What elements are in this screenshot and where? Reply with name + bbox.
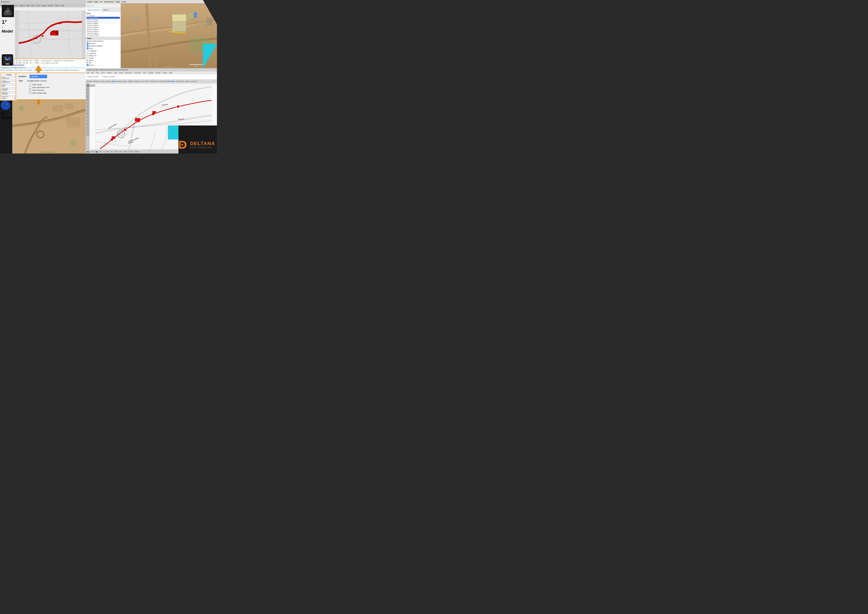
sidebar-icon-3[interactable]: ⊞	[86, 91, 89, 94]
ge-layer-mas[interactable]: ▶Más	[86, 62, 121, 64]
menu-analyze[interactable]: Analyze	[148, 72, 154, 74]
tb-cplanes[interactable]: CPlanes	[93, 81, 98, 82]
sidebar-icon-2[interactable]: ⊡	[86, 87, 89, 91]
ge-menu-ayuda[interactable]: Ayuda	[122, 1, 126, 3]
status-vertex[interactable]: Vertex	[123, 151, 127, 152]
ge-model-4[interactable]: Model [4-Polygon]	[87, 23, 120, 25]
ge-layer-relieve[interactable]: Relieve	[86, 64, 121, 66]
save-plugin-checkbox[interactable]	[29, 92, 31, 94]
ge-model-10[interactable]: Model [10-Polygon]	[87, 34, 120, 36]
status-perp[interactable]: Perp	[106, 151, 109, 152]
ge-model-8[interactable]: Model [8-Polygon]	[87, 30, 120, 32]
menu-surface[interactable]: Surface	[107, 72, 112, 74]
ge-search-placeholder[interactable]: Buscar	[90, 5, 95, 7]
ge-layer-fronteras[interactable]: Fronteras y etiquetas	[86, 45, 121, 47]
sidebar-icon-9[interactable]: ⊗	[86, 112, 89, 115]
sidebar-icon-12[interactable]: ▽	[86, 122, 89, 126]
toolbar-tools[interactable]: Tools	[36, 5, 40, 6]
sidebar-icon-15[interactable]: ⊙	[86, 133, 89, 136]
status-quad[interactable]: Quad	[114, 151, 118, 152]
menu-help[interactable]: Help	[169, 72, 172, 74]
status-knot[interactable]: Knot	[119, 151, 122, 152]
sidebar-icon-7[interactable]: ⟲	[86, 105, 89, 108]
ge-layer-base[interactable]: ▶Base de datos principal	[86, 40, 121, 42]
sidebar-icon-6[interactable]: ↔	[86, 102, 89, 105]
sidebar-icon-13[interactable]: ◁	[86, 126, 89, 129]
menu-panels[interactable]: Panels	[162, 72, 167, 74]
ge-menu-anade[interactable]: Añade	[115, 1, 120, 3]
toolbar-render[interactable]: Render	[48, 5, 54, 6]
tb-select[interactable]: Select	[112, 81, 116, 82]
sidebar-icon-4[interactable]: ⊟	[86, 95, 89, 98]
ge-layer-galeria[interactable]: ▶Galería	[86, 59, 121, 62]
save-small-row[interactable]: Save small	[29, 84, 86, 85]
menu-mesh[interactable]: Mesh	[119, 72, 123, 74]
ge-model-9[interactable]: Model [9-Polygon]	[87, 32, 120, 34]
save-geometry-checkbox[interactable]	[29, 86, 31, 88]
sidebar-icon-5[interactable]: ↕	[86, 98, 89, 101]
status-cen[interactable]: Cen	[99, 151, 102, 152]
ge-model-3[interactable]: Model [3-Polygon]	[87, 21, 120, 23]
ge-layer-tiempo[interactable]: Tiempo	[86, 57, 121, 59]
sidebar-icon-10[interactable]: △	[86, 116, 89, 119]
toolbar-analyze[interactable]: Analyze	[41, 5, 47, 6]
tb-render-tools[interactable]: Render Tools	[176, 81, 184, 82]
ge-menu-herramientas[interactable]: Herramientas	[104, 1, 113, 3]
menu-view[interactable]: View	[96, 72, 99, 74]
sidebar-icon-11[interactable]: ▷	[86, 119, 89, 122]
toolbar-help[interactable]: Help	[61, 5, 64, 6]
tb-transform[interactable]: Transform	[134, 81, 140, 82]
menu-file[interactable]: File	[87, 72, 89, 74]
ge-layer-edificios[interactable]: Edificios 3D	[86, 54, 121, 57]
menu-transform[interactable]: Transform	[134, 72, 141, 74]
tb-setview[interactable]: Set View	[99, 81, 105, 82]
ge-layer-fotos[interactable]: Fotografías	[86, 50, 121, 52]
status-point[interactable]: Point	[91, 151, 94, 152]
ge-layer-sitios[interactable]: Sitios	[86, 47, 121, 50]
ge-model-1[interactable]: ▼ Model [model (]	[87, 17, 120, 19]
save-small-checkbox[interactable]	[29, 84, 31, 85]
toolbar-surface[interactable]: Surface	[19, 5, 25, 6]
toolbar-curve[interactable]: Curve	[14, 5, 18, 6]
tb-surface-tools[interactable]: Surface Tools	[150, 81, 158, 82]
menu-solid[interactable]: Solid	[114, 72, 117, 74]
tb-solid-tools[interactable]: Solid Tools	[160, 81, 166, 82]
tb-curve-tools[interactable]: Curve Tools	[141, 81, 149, 82]
save-textures-checkbox[interactable]	[29, 89, 31, 91]
ge-layer-carreteras[interactable]: Carreteras	[86, 52, 121, 54]
save-plugin-row[interactable]: Save plugin data	[29, 92, 86, 94]
ge-mis-sitios[interactable]: 📁 Mis sitios	[87, 15, 120, 17]
ge-menu-ver[interactable]: Ver	[100, 1, 102, 3]
menu-curve[interactable]: Curve	[101, 72, 105, 74]
toolbar-solid[interactable]: Solid	[26, 5, 29, 6]
tb-viewport-layout[interactable]: Viewport Layout	[117, 81, 127, 82]
menu-edit[interactable]: Edit	[91, 72, 94, 74]
menu-tools[interactable]: Tools	[143, 72, 146, 74]
status-int[interactable]: Int	[104, 151, 105, 152]
status-project[interactable]: Project	[129, 151, 133, 152]
status-near[interactable]: Near	[87, 151, 90, 152]
ge-model-7[interactable]: Model [7-Polygon]	[87, 28, 120, 30]
status-tan[interactable]: Tan	[110, 151, 113, 152]
save-textures-row[interactable]: Save textures	[29, 89, 86, 91]
tb-drafting[interactable]: Drafting	[185, 81, 190, 82]
toolbar-mesh[interactable]: Mesh	[31, 5, 35, 6]
status-mid[interactable]: Mid	[96, 151, 98, 152]
tab-historial[interactable]: Historial	[102, 8, 110, 12]
toolbar-panels[interactable]: Panels	[55, 5, 60, 6]
save-nombre-value[interactable]: Modelo	[29, 75, 47, 78]
ge-layer-anuncios[interactable]: Anuncios	[86, 42, 121, 45]
tb-visibility[interactable]: Visibility	[128, 81, 133, 82]
sidebar-icon-8[interactable]: ⊕	[86, 109, 89, 112]
ge-menu-editar[interactable]: Editar	[94, 1, 98, 3]
tb-new-v8[interactable]: New in V8	[191, 81, 197, 82]
status-disable[interactable]: Disable	[135, 151, 139, 152]
tb-standard[interactable]: Standard	[87, 81, 92, 82]
ge-model-6[interactable]: Model [6-Polygon]	[87, 26, 120, 28]
tab-indicaciones[interactable]: Obtener indicaciones	[86, 8, 102, 12]
tb-mesh-tools[interactable]: Mesh Tools	[167, 81, 175, 82]
sidebar-icon-14[interactable]: ✦	[86, 130, 89, 133]
tb-display[interactable]: Display	[106, 81, 110, 82]
menu-render[interactable]: Render	[155, 72, 161, 74]
menu-dimension[interactable]: Dimension	[125, 72, 132, 74]
